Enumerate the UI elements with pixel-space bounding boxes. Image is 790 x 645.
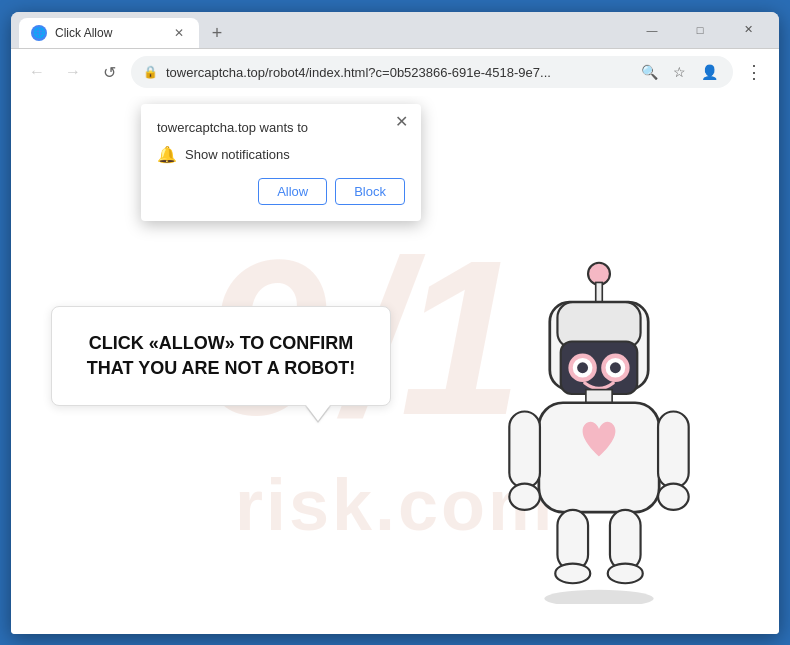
svg-rect-20 [557, 509, 588, 569]
chrome-menu-icon[interactable]: ⋮ [741, 57, 767, 87]
svg-point-17 [509, 483, 540, 509]
block-button[interactable]: Block [335, 178, 405, 205]
window-controls: — □ ✕ [629, 14, 771, 46]
robot-svg [459, 254, 739, 604]
tab-favicon: 🌐 [31, 25, 47, 41]
svg-rect-16 [509, 411, 540, 488]
svg-point-23 [608, 563, 643, 583]
address-icons: 🔍 ☆ 👤 [637, 60, 721, 84]
close-button[interactable]: ✕ [725, 14, 771, 46]
notification-popup: ✕ towercaptcha.top wants to 🔔 Show notif… [141, 104, 421, 221]
svg-rect-14 [586, 389, 612, 402]
address-bar-area: ← → ↺ 🔒 towercaptcha.top/robot4/index.ht… [11, 48, 779, 96]
page-content: 9 /1 risk.com ✕ towercaptcha.top wants t… [11, 96, 779, 634]
svg-point-19 [658, 483, 689, 509]
active-tab[interactable]: 🌐 Click Allow ✕ [19, 18, 199, 48]
bookmark-icon[interactable]: ☆ [667, 60, 691, 84]
speech-bubble: CLICK «ALLOW» TO CONFIRM THAT YOU ARE NO… [51, 306, 391, 406]
profile-icon[interactable]: 👤 [697, 60, 721, 84]
url-text: towercaptcha.top/robot4/index.html?c=0b5… [166, 65, 629, 80]
lock-icon: 🔒 [143, 65, 158, 79]
new-tab-button[interactable]: + [203, 20, 231, 48]
popup-close-button[interactable]: ✕ [391, 112, 411, 132]
bell-icon: 🔔 [157, 145, 177, 164]
address-box[interactable]: 🔒 towercaptcha.top/robot4/index.html?c=0… [131, 56, 733, 88]
search-icon[interactable]: 🔍 [637, 60, 661, 84]
browser-window: 🌐 Click Allow ✕ + — □ ✕ ← → ↺ 🔒 towercap… [11, 12, 779, 634]
reload-button[interactable]: ↺ [95, 58, 123, 86]
tab-close-button[interactable]: ✕ [171, 25, 187, 41]
notification-label: Show notifications [185, 147, 290, 162]
svg-point-10 [577, 362, 588, 373]
allow-button[interactable]: Allow [258, 178, 327, 205]
svg-point-22 [555, 563, 590, 583]
svg-rect-18 [658, 411, 689, 488]
popup-title: towercaptcha.top wants to [157, 120, 405, 135]
notification-row: 🔔 Show notifications [157, 145, 405, 164]
svg-point-24 [544, 589, 653, 603]
svg-rect-21 [610, 509, 641, 569]
maximize-button[interactable]: □ [677, 14, 723, 46]
tab-area: 🌐 Click Allow ✕ + [19, 12, 621, 48]
back-button[interactable]: ← [23, 58, 51, 86]
svg-point-13 [610, 362, 621, 373]
robot-container [459, 254, 739, 604]
popup-buttons: Allow Block [157, 178, 405, 205]
forward-button[interactable]: → [59, 58, 87, 86]
minimize-button[interactable]: — [629, 14, 675, 46]
bubble-text: CLICK «ALLOW» TO CONFIRM THAT YOU ARE NO… [84, 331, 358, 381]
svg-rect-15 [539, 402, 659, 511]
tab-title: Click Allow [55, 26, 163, 40]
svg-point-3 [588, 262, 610, 284]
title-bar: 🌐 Click Allow ✕ + — □ ✕ [11, 12, 779, 48]
